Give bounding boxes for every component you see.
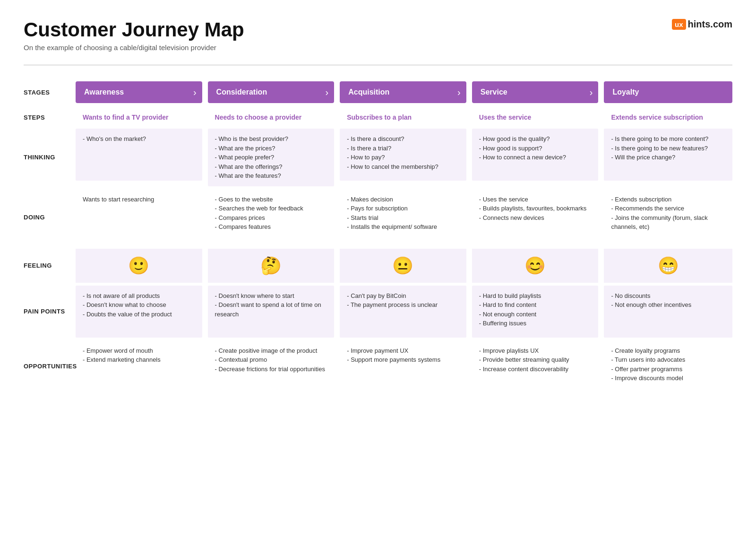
journey-map-table: STAGES Awareness › Consideration › Acqui… bbox=[24, 79, 732, 392]
doing-loyalty: - Extends subscription - Recommends the … bbox=[604, 189, 732, 246]
doing-consideration: - Goes to the website - Searches the web… bbox=[208, 189, 335, 246]
pain-service: - Hard to build playlists - Hard to find… bbox=[472, 286, 599, 338]
page-title: Customer Journey Map bbox=[24, 19, 244, 41]
thinking-consideration: - Who is the best provider? - What are t… bbox=[208, 129, 335, 186]
pain-consideration: - Doesn't know where to start - Doesn't … bbox=[208, 286, 335, 338]
step-acquisition: Subscribes to a plan bbox=[340, 109, 466, 126]
feeling-awareness: 🙂 bbox=[76, 249, 202, 283]
opp-loyalty: - Create loyalty programs - Turn users i… bbox=[604, 340, 732, 392]
step-awareness: Wants to find a TV provider bbox=[76, 109, 202, 126]
doing-label: DOING bbox=[24, 189, 76, 246]
thinking-service: - How good is the quality? - How good is… bbox=[472, 129, 599, 181]
arrow-icon: › bbox=[457, 87, 461, 98]
thinking-loyalty: - Is there going to be more content? - I… bbox=[604, 129, 732, 181]
opportunities-label: OPPORTUNITIES bbox=[24, 340, 76, 392]
logo-domain: hints.com bbox=[688, 19, 732, 30]
arrow-icon: › bbox=[326, 87, 329, 98]
opp-acquisition: - Improve payment UX - Support more paym… bbox=[340, 340, 466, 392]
steps-row: STEPS Wants to find a TV provider Needs … bbox=[24, 109, 732, 126]
doing-awareness: Wants to start researching bbox=[76, 189, 202, 246]
thinking-acquisition: - Is there a discount? - Is there a tria… bbox=[340, 129, 466, 181]
divider bbox=[24, 65, 732, 65]
stage-acquisition: Acquisition › bbox=[340, 81, 466, 103]
stage-service: Service › bbox=[472, 81, 599, 103]
stage-loyalty: Loyalty bbox=[604, 81, 732, 103]
pain-points-label: PAIN POINTS bbox=[24, 286, 76, 338]
step-consideration: Needs to choose a provider bbox=[208, 109, 335, 126]
emoji-service: 😊 bbox=[524, 256, 546, 275]
emoji-consideration: 🤔 bbox=[260, 256, 282, 275]
doing-service: - Uses the service - Builds playlists, f… bbox=[472, 189, 599, 246]
opportunities-row: OPPORTUNITIES - Empower word of mouth - … bbox=[24, 340, 732, 392]
step-loyalty: Extends service subscription bbox=[604, 109, 732, 126]
opp-awareness: - Empower word of mouth - Extend marketi… bbox=[76, 340, 202, 392]
feeling-consideration: 🤔 bbox=[208, 249, 335, 283]
arrow-icon: › bbox=[590, 87, 593, 98]
pain-points-row: PAIN POINTS - Is not aware of all produc… bbox=[24, 286, 732, 338]
emoji-loyalty: 😁 bbox=[658, 256, 679, 275]
thinking-awareness: - Who's on the market? bbox=[76, 129, 202, 181]
stage-consideration: Consideration › bbox=[208, 81, 335, 103]
step-service: Uses the service bbox=[472, 109, 599, 126]
pain-loyalty: - No discounts - Not enough other incent… bbox=[604, 286, 732, 338]
feeling-service: 😊 bbox=[472, 249, 599, 283]
arrow-icon: › bbox=[193, 87, 197, 98]
thinking-label: THINKING bbox=[24, 129, 76, 186]
doing-row: DOING Wants to start researching - Goes … bbox=[24, 189, 732, 246]
pain-awareness: - Is not aware of all products - Doesn't… bbox=[76, 286, 202, 338]
feeling-loyalty: 😁 bbox=[604, 249, 732, 283]
steps-row bbox=[24, 105, 732, 109]
emoji-acquisition: 😐 bbox=[392, 256, 413, 275]
header: Customer Journey Map On the example of c… bbox=[24, 19, 244, 52]
opp-service: - Improve playlists UX - Provide better … bbox=[472, 340, 599, 392]
feeling-label: FEELING bbox=[24, 249, 76, 283]
doing-acquisition: - Makes decision - Pays for subscription… bbox=[340, 189, 466, 246]
logo: ux hints.com bbox=[672, 19, 732, 30]
logo-ux: ux bbox=[672, 19, 686, 30]
opp-consideration: - Create positive image of the product -… bbox=[208, 340, 335, 392]
stage-awareness: Awareness › bbox=[76, 81, 202, 103]
thinking-row: THINKING - Who's on the market? - Who is… bbox=[24, 129, 732, 186]
emoji-awareness: 🙂 bbox=[128, 256, 149, 275]
page-subtitle: On the example of choosing a cable/digit… bbox=[24, 44, 244, 52]
pain-acquisition: - Can't pay by BitCoin - The payment pro… bbox=[340, 286, 466, 338]
feeling-row: FEELING 🙂 🤔 😐 😊 bbox=[24, 249, 732, 283]
steps-label: STEPS bbox=[24, 109, 76, 126]
stages-label: STAGES bbox=[24, 79, 76, 105]
feeling-acquisition: 😐 bbox=[340, 249, 466, 283]
stages-row: STAGES Awareness › Consideration › Acqui… bbox=[24, 79, 732, 105]
